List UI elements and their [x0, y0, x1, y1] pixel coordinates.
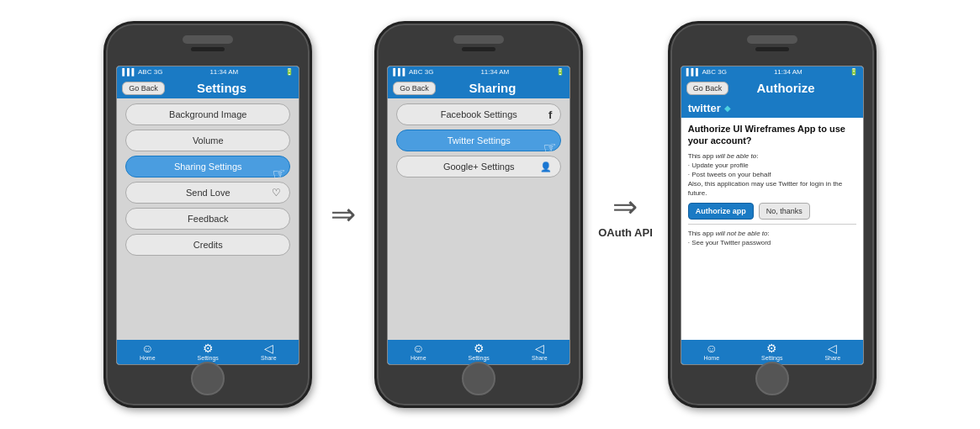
menu-facebook[interactable]: Facebook Settings f	[396, 103, 561, 125]
tab-settings-2[interactable]: ⚙ Settings	[464, 342, 494, 361]
arrow-1-container: ⇒	[327, 197, 359, 232]
phone-screen-1: ▌▌▌ ABC 3G 11:34 AM 🔋 Go Back Settings B…	[116, 66, 299, 365]
tab-home-label-3: Home	[703, 355, 719, 361]
status-battery-2: 🔋	[556, 68, 564, 76]
auth-able-label: This app will be able to:	[688, 152, 759, 160]
menu-credits[interactable]: Credits	[125, 234, 290, 256]
tab-settings-3[interactable]: ⚙ Settings	[757, 342, 787, 361]
authorize-button[interactable]: Authorize app	[688, 203, 754, 220]
auth-divider	[688, 224, 856, 225]
status-time-3: 11:34 AM	[774, 68, 803, 76]
heart-icon-1: ♡	[272, 187, 281, 199]
menu-send-love[interactable]: Send Love ♡	[125, 182, 290, 204]
tab-home-1[interactable]: ☺ Home	[132, 342, 162, 361]
arrow-2-container: ⇒ OAuth API	[598, 189, 653, 241]
share-icon-2: ◁	[535, 342, 544, 354]
settings-icon-1: ⚙	[203, 342, 214, 354]
nav-title-3: Authorize	[734, 81, 837, 95]
tab-home-label-1: Home	[140, 355, 156, 361]
tab-settings-1[interactable]: ⚙ Settings	[193, 342, 223, 361]
tab-share-2[interactable]: ◁ Share	[524, 342, 554, 361]
status-bar-1: ▌▌▌ ABC 3G 11:34 AM 🔋	[117, 66, 299, 77]
phone-1: ▌▌▌ ABC 3G 11:34 AM 🔋 Go Back Settings B…	[103, 21, 312, 408]
person-icon: 👤	[540, 162, 552, 172]
arrow-1: ⇒	[327, 197, 359, 232]
content-2: Facebook Settings f Twitter Settings ☞ G…	[388, 98, 569, 340]
auth-item-2: · Post tweets on your behalf	[688, 171, 771, 178]
status-signal-2: ▌▌▌ ABC 3G	[393, 68, 433, 76]
twitter-logo: twitter	[688, 102, 721, 114]
menu-volume[interactable]: Volume	[125, 130, 290, 151]
facebook-icon: f	[548, 109, 552, 121]
tab-home-label-2: Home	[411, 355, 426, 361]
tab-share-3[interactable]: ◁ Share	[818, 342, 848, 361]
phone-2: ▌▌▌ ABC 3G 11:34 AM 🔋 Go Back Sharing Fa…	[374, 21, 583, 408]
phone-speaker-2	[462, 47, 495, 51]
auth-title: Authorize UI Wireframes App to use your …	[688, 123, 856, 147]
share-icon-1: ◁	[264, 342, 273, 354]
menu-sharing-settings[interactable]: Sharing Settings ☞	[125, 156, 290, 177]
tab-share-label-1: Share	[261, 355, 277, 361]
no-thanks-button[interactable]: No, thanks	[759, 203, 810, 220]
auth-not-able: This app will not be able to: · See your…	[688, 229, 856, 247]
tab-share-label-2: Share	[532, 355, 548, 361]
auth-able-to: This app will be able to: · Update your …	[688, 151, 856, 199]
menu-feedback[interactable]: Feedback	[125, 208, 290, 230]
phone-3: ▌▌▌ ABC 3G 11:34 AM 🔋 Go Back Authorize …	[668, 21, 877, 408]
tab-bar-2: ☺ Home ⚙ Settings ◁ Share	[388, 340, 569, 364]
status-battery-3: 🔋	[850, 68, 858, 76]
share-icon-3: ◁	[828, 342, 837, 354]
status-bar-3: ▌▌▌ ABC 3G 11:34 AM 🔋	[681, 66, 863, 77]
status-signal-3: ▌▌▌ ABC 3G	[686, 68, 727, 76]
status-bar-2: ▌▌▌ ABC 3G 11:34 AM 🔋	[388, 66, 569, 77]
phone-speaker-1	[191, 47, 225, 51]
nav-bar-1: Go Back Settings	[117, 77, 299, 98]
twitter-header: twitter ◆	[681, 98, 863, 118]
status-signal-1: ▌▌▌ ABC 3G	[122, 68, 162, 76]
tab-settings-label-2: Settings	[469, 355, 490, 361]
nav-bar-2: Go Back Sharing	[388, 77, 569, 98]
tab-bar-1: ☺ Home ⚙ Settings ◁ Share	[117, 340, 299, 364]
tab-share-label-3: Share	[824, 355, 840, 361]
auth-item-3: Also, this application may use Twitter f…	[688, 180, 843, 197]
status-time-2: 11:34 AM	[480, 68, 509, 76]
phone-speaker-3	[755, 47, 789, 51]
auth-content: Authorize UI Wireframes App to use your …	[681, 118, 863, 340]
menu-background-image[interactable]: Background Image	[125, 103, 290, 125]
menu-twitter[interactable]: Twitter Settings ☞	[396, 130, 561, 151]
status-battery-1: 🔋	[285, 68, 294, 76]
settings-icon-2: ⚙	[474, 342, 485, 354]
auth-not-able-label: This app will not be able to:	[688, 230, 770, 237]
content-1: Background Image Volume Sharing Settings…	[117, 98, 299, 340]
phone-screen-2: ▌▌▌ ABC 3G 11:34 AM 🔋 Go Back Sharing Fa…	[387, 66, 570, 365]
tab-home-3[interactable]: ☺ Home	[697, 342, 727, 361]
back-button-2[interactable]: Go Back	[393, 82, 436, 95]
auth-not-item-1: · See your Twitter password	[688, 239, 771, 246]
nav-bar-3: Go Back Authorize	[681, 77, 863, 98]
home-icon-1: ☺	[141, 342, 153, 354]
auth-buttons: Authorize app No, thanks	[688, 203, 856, 220]
tab-settings-label-3: Settings	[761, 355, 782, 361]
settings-icon-3: ⚙	[766, 342, 777, 354]
tab-bar-3: ☺ Home ⚙ Settings ◁ Share	[681, 340, 863, 364]
tab-share-1[interactable]: ◁ Share	[253, 342, 283, 361]
menu-google-plus[interactable]: Google+ Settings 👤	[396, 156, 561, 177]
oauth-label: OAuth API	[598, 226, 653, 241]
twitter-diamond-icon: ◆	[724, 103, 731, 113]
back-button-1[interactable]: Go Back	[122, 82, 165, 95]
phone-screen-3: ▌▌▌ ABC 3G 11:34 AM 🔋 Go Back Authorize …	[681, 66, 864, 365]
auth-item-1: · Update your profile	[688, 162, 749, 169]
nav-title-2: Sharing	[441, 81, 544, 95]
status-time-1: 11:34 AM	[209, 68, 238, 76]
nav-title-1: Settings	[170, 81, 273, 95]
home-icon-3: ☺	[706, 342, 718, 354]
arrow-2: ⇒	[609, 189, 641, 225]
tab-home-2[interactable]: ☺ Home	[403, 342, 433, 361]
tab-settings-label-1: Settings	[198, 355, 219, 361]
home-icon-2: ☺	[412, 342, 424, 354]
back-button-3[interactable]: Go Back	[686, 82, 729, 95]
